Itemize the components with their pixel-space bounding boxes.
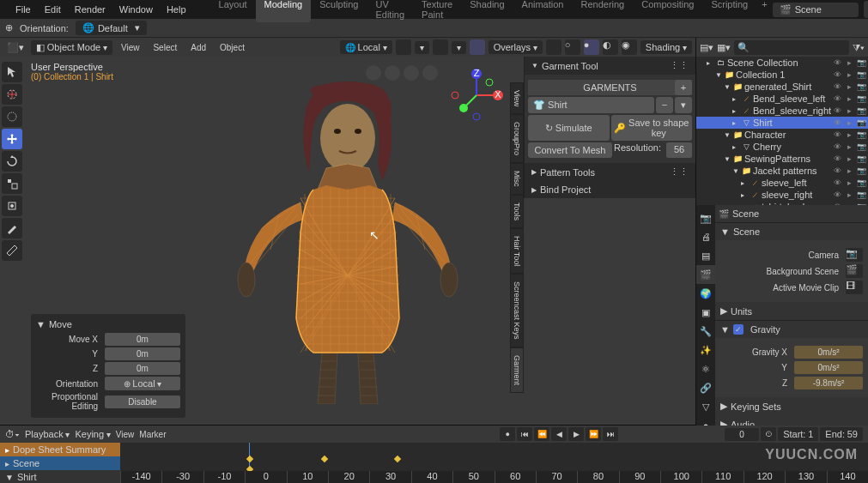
selectable-toggle[interactable]: ▸ [844,94,854,103]
render-toggle[interactable]: 📷 [856,130,866,139]
remove-garment-button[interactable]: − [656,97,673,113]
outliner-item-scene-collection[interactable]: ▸ 🗀 Scene Collection 👁▸📷 [696,57,868,69]
world-tab[interactable]: 🌍 [696,284,715,303]
proportional-dropdown[interactable]: ▾ [452,41,466,54]
visibility-toggle[interactable]: 👁 [832,94,842,103]
timeline-body[interactable]: ▸ Dope Sheet Summary ▸ Scene ▼ Shirt -14… [0,443,868,483]
n-tab-view[interactable]: View [510,82,524,114]
gravity-z-field[interactable]: -9.8m/s² [794,377,863,389]
selectable-toggle[interactable]: ▸ [844,178,854,187]
marker-menu[interactable]: Marker [139,430,166,439]
snap-dropdown[interactable]: ▾ [415,41,429,54]
garment-name-field[interactable]: 👕 Shirt [528,97,654,113]
preview-range-button[interactable]: ⏲ [761,427,776,441]
outliner-item-character[interactable]: ▼ 📁 Character 👁▸📷 [696,129,868,141]
selectable-toggle[interactable]: ▸ [844,190,854,199]
wireframe-shading[interactable]: ○ [565,39,580,55]
keyframe[interactable] [321,456,328,462]
outliner-item-generated-shirt[interactable]: ▼ 📁 generated_Shirt 👁▸📷 [696,81,868,93]
timeline-ruler[interactable]: -140-30-10010203040506070809010011012013… [120,471,868,483]
add-menu[interactable]: Add [185,43,211,52]
menu-render[interactable]: Render [68,4,112,15]
rotate-tool[interactable] [2,151,22,172]
output-tab[interactable]: 🖨 [696,227,715,246]
editor-type-icon[interactable]: ⬛▾ [3,42,27,53]
editor-type-icon[interactable]: ▤▾ [700,42,713,53]
outliner-item-sleeve-right[interactable]: ▸ ⟋ sleeve_right 👁▸📷 [696,189,868,201]
keyframe-prev-button[interactable]: ⏪ [534,427,549,441]
n-tab-misc[interactable]: Misc [510,163,524,195]
playback-menu[interactable]: Playback ▾ [25,429,70,439]
n-tab-garment[interactable]: Garment [510,347,524,393]
gravity-x-field[interactable]: 0m/s² [794,346,863,359]
rendered-shading[interactable]: ◉ [622,39,637,55]
selectable-toggle[interactable]: ▸ [844,154,854,163]
ws-shading[interactable]: Shading [461,0,513,22]
resolution-field[interactable]: 56 [666,142,692,158]
keyframe[interactable] [246,456,253,462]
jump-start-button[interactable]: ⏮ [517,427,532,441]
gravity-y-field[interactable]: 0m/s² [794,361,863,374]
render-toggle[interactable]: 📷 [856,118,866,127]
visibility-toggle[interactable]: 👁 [832,142,842,151]
selectable-toggle[interactable]: ▸ [844,106,854,115]
render-toggle[interactable]: 📷 [856,166,866,175]
shading-dropdown[interactable]: Shading ▾ [640,40,692,54]
visibility-toggle[interactable]: 👁 [832,178,842,187]
prop-edit-dropdown[interactable]: Disable [105,395,180,408]
outliner-tree[interactable]: ▸ 🗀 Scene Collection 👁▸📷 ▼ 📁 Collection … [696,57,868,205]
autokey-button[interactable]: ● [500,427,515,441]
move-panel-header[interactable]: ▼Move [36,319,180,329]
outliner-item-bend-sleeve-right[interactable]: ▸ ⟋ Bend_sleeve_right 👁▸📷 [696,105,868,117]
play-reverse-button[interactable]: ◀ [551,427,567,441]
n-tab-screencast[interactable]: Screencast Keys [510,274,524,347]
solid-shading[interactable]: ● [584,39,599,55]
selectable-toggle[interactable]: ▸ [844,118,854,127]
selectable-toggle[interactable]: ▸ [844,142,854,151]
scene-tab[interactable]: 🎬 [696,265,715,284]
scale-tool[interactable] [2,173,22,194]
menu-edit[interactable]: Edit [38,4,68,15]
select-menu[interactable]: Select [148,43,182,52]
particle-tab[interactable]: ✨ [696,341,715,359]
view-menu[interactable]: View [116,430,135,439]
selectable-toggle[interactable]: ▸ [844,130,854,139]
expand-toggle[interactable]: ▸ [707,59,715,67]
current-frame-field[interactable]: 0 [725,428,759,441]
render-toggle[interactable]: 📷 [856,82,866,91]
play-button[interactable]: ▶ [568,427,584,441]
selectable-toggle[interactable]: ▸ [844,82,854,91]
filter-icon[interactable]: ⧩▾ [853,42,865,53]
render-toggle[interactable]: 📷 [856,190,866,199]
constraint-tab[interactable]: 🔗 [696,378,715,397]
physics-tab[interactable]: ⚛ [696,359,715,378]
selectable-toggle[interactable]: ▸ [844,70,854,79]
move-z-field[interactable]: 0m [105,362,180,375]
start-frame-field[interactable]: Start: 1 [778,427,818,441]
render-toggle[interactable]: 📷 [856,58,866,67]
selectable-toggle[interactable]: ▸ [844,166,854,175]
visibility-toggle[interactable]: 👁 [832,130,842,139]
jump-end-button[interactable]: ⏭ [603,427,618,441]
expand-toggle[interactable]: ▼ [724,83,732,91]
transform-orientation[interactable]: 🌐 Local ▾ [340,40,392,54]
character-mesh[interactable] [228,78,468,404]
properties-breadcrumb[interactable]: 🎬 Scene [715,205,868,222]
xray-toggle[interactable] [546,39,561,55]
units-header[interactable]: ▶Units [715,302,868,320]
outliner-item-bend-sleeve-left[interactable]: ▸ ⟋ Bend_sleeve_left 👁▸📷 [696,93,868,105]
render-tab[interactable]: 📷 [696,208,715,227]
select-circle-tool[interactable] [2,106,22,127]
outliner-item-cherry[interactable]: ▸ ▽ Cherry 👁▸📷 [696,141,868,153]
select-tool[interactable] [2,62,22,82]
cursor-tool[interactable] [2,84,22,105]
modifier-tab[interactable]: 🔧 [696,322,715,341]
expand-toggle[interactable]: ▸ [741,179,750,187]
track-summary[interactable]: ▸ Dope Sheet Summary [0,443,120,456]
render-toggle[interactable]: 📷 [856,142,866,151]
ws-animation[interactable]: Animation [513,0,573,22]
n-tab-tools[interactable]: Tools [510,195,524,228]
view-menu[interactable]: View [116,43,145,52]
outliner-item-shirt[interactable]: ▸ ▽ Shirt 👁▸📷 [696,117,868,129]
expand-toggle[interactable]: ▼ [724,131,732,139]
